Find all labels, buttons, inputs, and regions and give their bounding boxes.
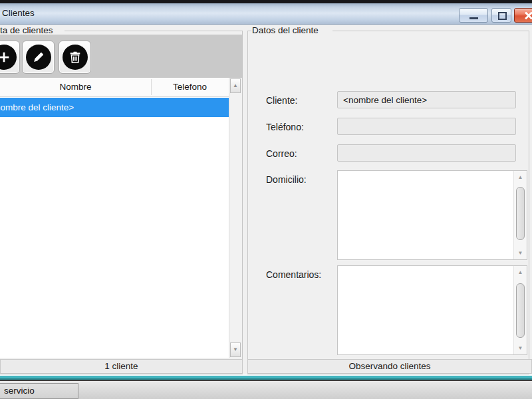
data-group-border-left (247, 31, 248, 374)
telefono-field[interactable] (337, 118, 516, 135)
comentarios-field-box: ▲ ▼ (337, 265, 527, 355)
scroll-down-icon[interactable]: ▼ (514, 247, 527, 259)
field-label-telefono: Teléfono: (266, 122, 304, 132)
close-icon (529, 15, 532, 29)
add-icon (0, 45, 17, 70)
column-divider[interactable] (151, 79, 152, 95)
scrollbar-thumb[interactable] (516, 187, 525, 240)
comentarios-field[interactable] (338, 266, 516, 357)
delete-client-button[interactable] (59, 41, 91, 74)
clients-group-border-right (242, 31, 243, 374)
domicilio-scrollbar[interactable]: ▲ ▼ (513, 171, 527, 259)
data-group-label: Datos del cliente (252, 25, 319, 35)
column-header-telefono[interactable]: Telefono (151, 78, 229, 96)
screen: Clientes ta de clientes (0, 0, 532, 399)
scroll-down-icon[interactable]: ▼ (230, 342, 241, 357)
client-table-header: Nombre Telefono (0, 78, 229, 97)
domicilio-field[interactable] (338, 171, 516, 262)
add-client-button[interactable] (0, 41, 20, 74)
titlebar[interactable]: Clientes (0, 3, 532, 25)
clients-group-border-top (65, 31, 242, 31)
column-header-nombre[interactable]: Nombre (0, 78, 151, 96)
cliente-field[interactable] (337, 91, 516, 108)
comentarios-scrollbar[interactable]: ▲ ▼ (513, 266, 527, 354)
minimize-button[interactable] (459, 8, 488, 23)
taskbar-button-servicio[interactable]: servicio (0, 383, 78, 399)
taskbar: servicio (0, 381, 532, 399)
scroll-up-icon[interactable]: ▲ (514, 172, 527, 183)
close-button[interactable] (514, 8, 532, 23)
pencil-icon (26, 45, 51, 70)
client-count-status: 1 cliente (0, 359, 243, 374)
field-label-domicilio: Domicilio: (266, 174, 307, 185)
scrollbar-thumb[interactable] (516, 283, 525, 338)
scroll-down-icon[interactable]: ▼ (514, 342, 527, 354)
maximize-button[interactable] (491, 8, 511, 23)
edit-client-button[interactable] (22, 41, 55, 74)
scroll-up-icon[interactable]: ▲ (230, 78, 241, 93)
table-row-selected[interactable]: nombre del cliente> (0, 98, 229, 117)
client-list[interactable]: nombre del cliente> (0, 97, 229, 358)
domicilio-field-box: ▲ ▼ (337, 170, 527, 260)
clients-group-label: ta de clientes (0, 25, 53, 35)
client-list-scrollbar[interactable]: ▲ ▼ (229, 78, 241, 358)
observing-status: Observando clientes (247, 359, 532, 374)
field-label-correo: Correo: (266, 148, 297, 159)
maximize-icon (498, 12, 507, 20)
correo-field[interactable] (337, 144, 516, 162)
scroll-up-icon[interactable]: ▲ (514, 267, 527, 278)
minimize-icon (469, 17, 478, 19)
field-label-comentarios: Comentarios: (266, 269, 321, 280)
window-title: Clientes (2, 8, 35, 18)
data-group-border-top (332, 31, 529, 31)
trash-icon (63, 45, 88, 70)
data-group-border-right (529, 31, 529, 374)
field-label-cliente: Cliente: (266, 95, 297, 106)
